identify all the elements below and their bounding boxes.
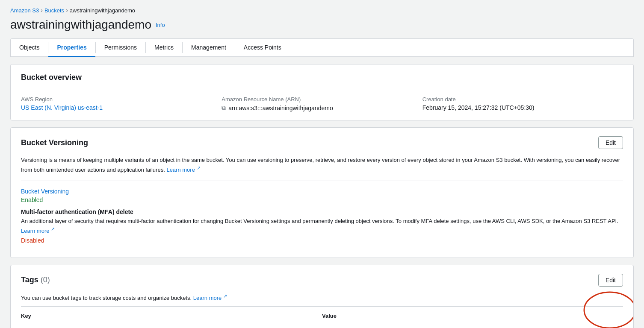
- breadcrumb-buckets[interactable]: Buckets: [44, 7, 64, 14]
- aws-region-value: US East (N. Virginia) us-east-1: [21, 104, 215, 111]
- tags-description: You can use bucket tags to track storage…: [21, 293, 623, 301]
- mfa-learn-more[interactable]: Learn more ↗: [21, 228, 55, 234]
- mfa-description: An additional layer of security that req…: [21, 217, 623, 235]
- tags-edit-button[interactable]: Edit: [598, 274, 623, 287]
- breadcrumb-sep-2: ›: [66, 7, 68, 14]
- tags-title: Tags (0): [21, 275, 50, 284]
- bucket-versioning-card: Bucket Versioning Edit Versioning is a m…: [10, 127, 634, 258]
- tab-management[interactable]: Management: [183, 39, 235, 57]
- versioning-learn-more[interactable]: Learn more ↗: [166, 167, 200, 173]
- breadcrumb-current: awstrainingwithjagandemo: [70, 7, 135, 14]
- bucket-versioning-label: Bucket Versioning: [21, 188, 623, 195]
- tab-permissions[interactable]: Permissions: [96, 39, 145, 57]
- tab-properties[interactable]: Properties: [48, 39, 95, 57]
- versioning-edit-button[interactable]: Edit: [598, 136, 623, 149]
- mfa-title: Multi-factor authentication (MFA) delete: [21, 208, 623, 215]
- tab-objects[interactable]: Objects: [11, 39, 48, 57]
- versioning-header: Bucket Versioning Edit: [21, 136, 623, 149]
- creation-date-value: February 15, 2024, 15:27:32 (UTC+05:30): [422, 104, 616, 111]
- external-link-icon: ↗: [197, 165, 201, 170]
- tags-header: Tags (0) Edit: [21, 274, 623, 287]
- tab-metrics[interactable]: Metrics: [146, 39, 182, 57]
- bucket-overview-header: Bucket overview: [21, 73, 623, 82]
- versioning-title: Bucket Versioning: [21, 138, 88, 147]
- arn-row: ⧉ arn:aws:s3:::awstrainingwithjagandemo: [222, 104, 415, 111]
- tags-value-header: Value: [322, 311, 623, 321]
- bucket-versioning-value: Enabled: [21, 196, 623, 203]
- copy-icon[interactable]: ⧉: [222, 104, 226, 111]
- page-title: awstrainingwithjagandemo: [10, 18, 151, 32]
- tags-key-header: Key: [21, 311, 322, 321]
- creation-date-label: Creation date: [422, 96, 616, 102]
- tags-learn-more[interactable]: Learn more ↗: [193, 295, 227, 301]
- tab-access-points[interactable]: Access Points: [235, 39, 290, 57]
- overview-creation-col: Creation date February 15, 2024, 15:27:3…: [422, 96, 623, 111]
- mfa-external-link-icon: ↗: [51, 226, 55, 231]
- mfa-value: Disabled: [21, 237, 623, 244]
- overview-region-col: AWS Region US East (N. Virginia) us-east…: [21, 96, 222, 111]
- tags-card: Tags (0) Edit You can use bucket tags to…: [10, 265, 634, 328]
- arn-label: Amazon Resource Name (ARN): [222, 96, 415, 102]
- breadcrumb-sep-1: ›: [41, 7, 43, 14]
- overview-arn-col: Amazon Resource Name (ARN) ⧉ arn:aws:s3:…: [222, 96, 422, 111]
- bucket-overview-grid: AWS Region US East (N. Virginia) us-east…: [21, 89, 623, 111]
- info-link[interactable]: Info: [156, 22, 165, 28]
- versioning-status-section: Bucket Versioning Enabled Multi-factor a…: [21, 181, 623, 243]
- arn-value: arn:aws:s3:::awstrainingwithjagandemo: [228, 105, 333, 111]
- tags-count: (0): [41, 275, 50, 284]
- page-title-row: awstrainingwithjagandemo Info: [10, 18, 634, 32]
- breadcrumb-amazon-s3[interactable]: Amazon S3: [10, 7, 39, 14]
- tabs-bar: Objects Properties Permissions Metrics M…: [10, 38, 634, 57]
- bucket-overview-title: Bucket overview: [21, 73, 82, 82]
- bucket-overview-card: Bucket overview AWS Region US East (N. V…: [10, 64, 634, 120]
- tags-external-link-icon: ↗: [223, 293, 227, 299]
- breadcrumb: Amazon S3 › Buckets › awstrainingwithjag…: [10, 7, 634, 14]
- versioning-description: Versioning is a means of keeping multipl…: [21, 156, 623, 174]
- aws-region-label: AWS Region: [21, 96, 215, 102]
- tags-table-header: Key Value: [21, 306, 623, 321]
